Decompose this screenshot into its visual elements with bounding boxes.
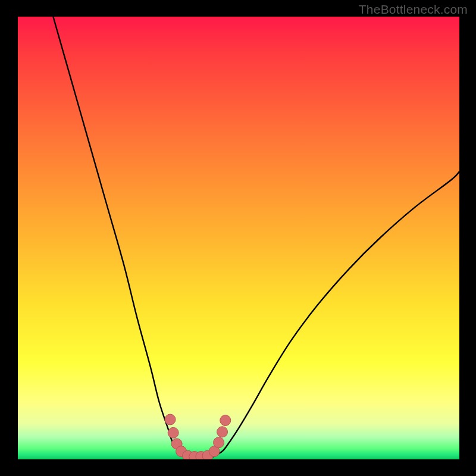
- marker-point: [214, 437, 224, 448]
- marker-point: [168, 427, 178, 438]
- chart-svg: [18, 17, 459, 459]
- right-curve: [212, 171, 459, 457]
- marker-point: [217, 427, 228, 437]
- chart-plot-area: [18, 17, 459, 459]
- marker-point: [220, 415, 231, 426]
- marker-point: [165, 414, 176, 425]
- left-curve: [53, 17, 187, 457]
- attribution-text: TheBottleneck.com: [359, 2, 468, 17]
